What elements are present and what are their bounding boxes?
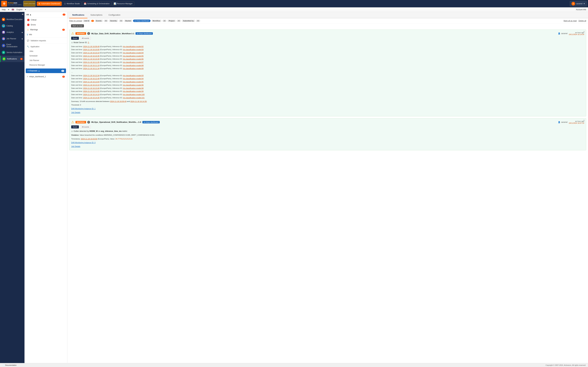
user-menu[interactable]: C caramel ▼: [570, 1, 587, 6]
inference-id-6[interactable]: iris-classification-model:87: [123, 61, 144, 63]
event-date-14[interactable]: 2024-11-18 16:14:05: [83, 90, 100, 92]
language-link[interactable]: English: [17, 8, 23, 11]
bucket-chip-label[interactable]: Bucket: [124, 20, 132, 22]
severity-chip-value[interactable]: All: [119, 20, 123, 22]
notif-1-event-6: Date and time: 2024-11-18 16:11:05 (Euro…: [71, 61, 584, 64]
submitted-by-chip-value[interactable]: All: [196, 20, 200, 22]
drift-monitoring-link-2[interactable]: Drift Monitoring Instance ID: 0: [71, 141, 584, 144]
severity-info[interactable]: ℹ Info: [25, 32, 67, 37]
severity-errors[interactable]: 🔴 Errors: [25, 22, 67, 27]
inference-id-9[interactable]: iris-classification-model:93: [123, 75, 144, 76]
project-chip-value[interactable]: All: [177, 20, 181, 22]
validation-requests-item[interactable]: 💬 Validation requests: [25, 38, 67, 43]
inference-id-14[interactable]: iris-classification-model:99: [123, 90, 144, 92]
inference-id-4[interactable]: iris-classification-model:85: [123, 55, 144, 57]
summary-start-link[interactable]: 2024-11-18 16:09:49: [110, 100, 127, 102]
inference-id-8[interactable]: iris-classification-model:89: [123, 67, 144, 69]
event-date-7[interactable]: 2024-11-18 16:11:19: [83, 65, 100, 66]
inference-id-5[interactable]: iris-classification-model:86: [123, 58, 144, 60]
drift-monitoring-link-1[interactable]: Drift Monitoring Instance ID: 1: [71, 107, 584, 110]
severity-critical[interactable]: 🔴 Critical: [25, 17, 67, 22]
scheduler-item[interactable]: Scheduler: [25, 53, 67, 58]
severity-warnings[interactable]: ⚠ Warnings 2: [25, 27, 67, 32]
scheduling-btn[interactable]: 📅 Scheduling & Orchestration: [82, 1, 111, 6]
documentation-link[interactable]: 📄 Documentation: [2, 364, 17, 366]
close-notif-1-btn[interactable]: ✕: [583, 31, 585, 33]
summary-end-link[interactable]: 2024-11-18 16:14:35: [130, 100, 147, 102]
tab-configuration[interactable]: Configuration: [105, 12, 123, 18]
sidebar-toggle[interactable]: ◀: [0, 12, 25, 16]
analytics-icon: 📊: [2, 31, 5, 34]
close-notif-2-btn[interactable]: ✕: [583, 119, 585, 121]
inference-id-16[interactable]: iris-classification-model:101: [123, 97, 145, 99]
tab-notifications[interactable]: Notifications: [69, 12, 87, 18]
event-date-2[interactable]: 2024-11-18 16:10:05: [83, 49, 100, 50]
project-chip-label[interactable]: Project: [167, 20, 176, 22]
sidebar-item-analytics[interactable]: 📊 Analytics ◀: [0, 29, 25, 35]
sidebar-item-notifications[interactable]: 🔔 Notifications 2: [0, 56, 25, 62]
job-planner-icon: 📅: [2, 37, 5, 40]
resource-manager-btn[interactable]: 📊 Resource Manager: [112, 1, 134, 6]
bucket-chip-value[interactable]: ai-mlops-dashboard: [133, 20, 150, 22]
event-date-16[interactable]: 2024-11-18 16:14:35: [83, 97, 100, 99]
help-link[interactable]: Help: [2, 8, 6, 11]
job-details-link-1[interactable]: Job Details: [71, 111, 584, 114]
sidebar-item-service-automation[interactable]: ⚙ Service Automation: [0, 49, 25, 56]
inference-id-11[interactable]: iris-classification-model:95: [123, 81, 144, 83]
resource-manager-item[interactable]: Resource Manager: [25, 63, 67, 67]
collapse-icon[interactable]: ◀: [22, 13, 23, 15]
event-date-1[interactable]: 2024-11-18 16:09:49: [83, 46, 100, 47]
inference-id-3[interactable]: iris-classification-model:84: [123, 52, 144, 54]
sidebar-item-event-orchestration[interactable]: ⚡ Event Orchestration: [0, 42, 25, 49]
all-toggle[interactable]: All ▲: [26, 13, 63, 16]
event-date-9[interactable]: 2024-11-18 16:12:34: [83, 75, 100, 76]
mark-all-as-read-link[interactable]: Mark all as read: [564, 20, 577, 22]
event-date-3[interactable]: 2024-11-18 16:10:19: [83, 52, 100, 54]
events-chip-value[interactable]: All: [104, 20, 108, 22]
events-chip-label[interactable]: Events: [95, 20, 103, 22]
event-date-13[interactable]: 2024-11-18 16:13:49: [83, 87, 100, 89]
inference-id-1[interactable]: iris-classification-model:82: [123, 46, 144, 47]
inference-id-2[interactable]: iris-classification-model:83: [123, 49, 144, 50]
delete-all-link[interactable]: Delete all: [579, 20, 586, 22]
filter-by-unread[interactable]: Filter by unread: [69, 20, 82, 22]
event-date-11[interactable]: 2024-11-18 16:13:04: [83, 81, 100, 83]
notif-1-event-tab[interactable]: Event: [71, 37, 79, 40]
mark-as-read-tooltip[interactable]: Mark as read: [71, 24, 84, 27]
channel-mlops-dashboard[interactable]: # mlops_dashboard_1 2: [25, 74, 67, 79]
sidebar-item-catalog[interactable]: 📚 Catalog: [0, 23, 25, 29]
severity-chip-label[interactable]: Severity: [109, 20, 118, 22]
job-id-chip-label[interactable]: Job Id: [83, 20, 90, 22]
submitted-by-chip-label[interactable]: Submitted by: [182, 20, 195, 22]
sidebar-item-job-planner[interactable]: 📅 Job Planner ◀: [0, 35, 25, 42]
inference-id-15[interactable]: iris-classification-model:100: [123, 94, 145, 95]
job-details-link-2[interactable]: Job Details: [71, 145, 584, 148]
timestamp-link[interactable]: 2024-11-18 16:03:56: [81, 138, 97, 140]
sidebar-item-workflow-execution[interactable]: ▶ Workflow Execution: [0, 16, 25, 23]
inference-id-7[interactable]: iris-classification-model:88: [123, 65, 144, 66]
channels-header[interactable]: # Channels ▲ 2: [26, 68, 66, 73]
workflow-chip-value[interactable]: All: [162, 20, 167, 22]
notif-1-all-events-tab[interactable]: All events: [80, 37, 91, 40]
workflow-chip-label[interactable]: Workflow: [151, 20, 161, 22]
event-date-10[interactable]: 2024-11-18 16:12:49: [83, 78, 100, 80]
inference-id-12[interactable]: iris-classification-model:96: [123, 84, 144, 86]
model-server-id-link[interactable]: 2: [88, 41, 89, 44]
tab-subscriptions[interactable]: Subscriptions: [87, 12, 105, 18]
event-date-4[interactable]: 2024-11-18 16:10:35: [83, 55, 100, 57]
event-date-15[interactable]: 2024-11-18 16:14:19: [83, 94, 100, 95]
notif-2-event-tab[interactable]: Event: [71, 125, 79, 128]
application-item[interactable]: 🔧 Application: [25, 44, 67, 49]
automation-dashboard-btn[interactable]: ⚙ Automation Dashboard: [37, 1, 62, 6]
event-date-5[interactable]: 2024-11-18 16:10:49: [83, 58, 100, 60]
event-date-6[interactable]: 2024-11-18 16:11:05: [83, 61, 100, 63]
event-date-12[interactable]: 2024-11-18 16:13:19: [83, 84, 100, 86]
workflow-studio-btn[interactable]: ⬡ Workflow Studio: [62, 1, 81, 6]
event-date-8[interactable]: 2024-11-18 16:11:34: [83, 67, 100, 69]
job-planner-item[interactable]: Job Planner: [25, 58, 67, 63]
notif-2-all-events-tab[interactable]: All events: [80, 125, 91, 128]
jobs-item[interactable]: Jobs: [25, 49, 67, 53]
inference-id-10[interactable]: iris-classification-model:94: [123, 78, 144, 80]
inference-id-13[interactable]: iris-classification-model:98: [123, 87, 144, 89]
account-info-link[interactable]: Account Info: [576, 8, 586, 11]
